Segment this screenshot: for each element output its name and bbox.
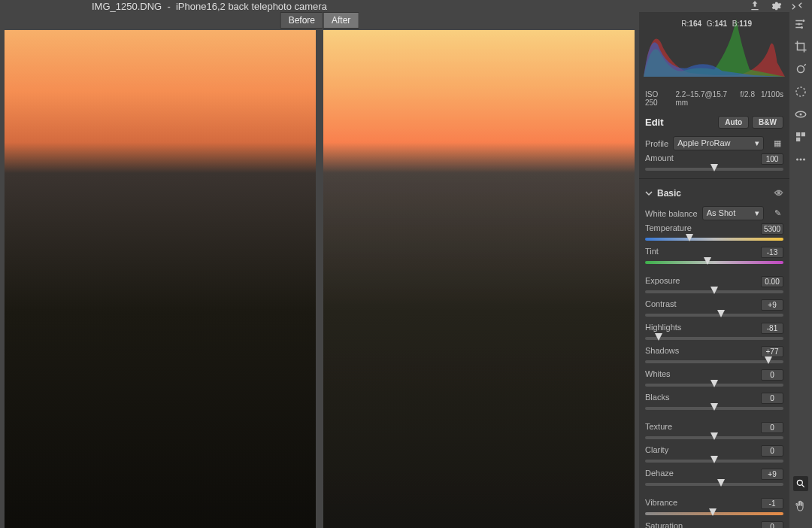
clarity-input[interactable] <box>761 445 783 457</box>
svg-point-2 <box>802 20 804 22</box>
blacks-input[interactable] <box>761 393 783 404</box>
svg-point-3 <box>798 23 800 26</box>
rgb-readout: R:164 G:141 B:119 <box>678 20 752 28</box>
right-toolbar <box>789 12 812 528</box>
export-icon[interactable] <box>749 0 761 12</box>
svg-rect-11 <box>796 138 800 141</box>
svg-point-6 <box>796 87 805 96</box>
before-after-tabs: Before After <box>280 12 359 29</box>
svg-rect-9 <box>796 132 800 136</box>
svg-point-8 <box>800 114 802 116</box>
svg-point-13 <box>800 159 802 161</box>
svg-point-4 <box>801 26 803 29</box>
shot-info: ISO 2502.2–15.7@15.7 mmf/2.81/100s <box>639 87 789 110</box>
zoom-tool-icon[interactable] <box>793 476 808 491</box>
contrast-slider[interactable]: Contrast <box>639 298 789 321</box>
texture-input[interactable] <box>761 422 783 433</box>
svg-rect-10 <box>801 132 805 136</box>
highlights-input[interactable] <box>761 323 783 334</box>
camera-name: iPhone16,2 back telephoto camera <box>176 1 327 12</box>
before-tab[interactable]: Before <box>280 12 323 29</box>
temperature-input[interactable] <box>761 223 783 235</box>
basic-section-header[interactable]: Basic 👁 <box>639 182 789 205</box>
edit-panel: R:164 G:141 B:119 ISO 2502.2–15.7@15.7 m… <box>639 12 789 528</box>
highlights-slider[interactable]: Highlights <box>639 321 789 344</box>
dehaze-slider[interactable]: Dehaze <box>639 467 789 490</box>
edit-header: Edit <box>645 117 664 128</box>
svg-point-12 <box>796 159 798 161</box>
redeye-icon[interactable] <box>793 107 808 122</box>
tint-slider[interactable]: Tint <box>639 245 789 269</box>
exposure-slider[interactable]: Exposure <box>639 275 789 298</box>
wb-select[interactable]: As Shot▾ <box>702 206 764 220</box>
shadows-slider[interactable]: Shadows <box>639 344 789 368</box>
profile-select[interactable]: Apple ProRaw▾ <box>673 136 764 150</box>
basic-visibility-icon[interactable]: 👁 <box>774 188 783 199</box>
file-name: IMG_1250.DNG <box>92 1 162 12</box>
svg-point-14 <box>803 159 805 161</box>
wb-eyedropper-icon[interactable]: ✎ <box>771 208 783 220</box>
auto-button[interactable]: Auto <box>718 116 749 129</box>
amount-slider[interactable]: Amount <box>639 152 789 175</box>
saturation-input[interactable] <box>761 521 783 528</box>
collapse-icon[interactable] <box>791 0 803 12</box>
hand-tool-icon[interactable] <box>793 499 808 514</box>
profile-browser-icon[interactable]: ▦ <box>771 138 783 150</box>
wb-label: White balance <box>645 209 698 218</box>
whites-input[interactable] <box>761 369 783 381</box>
presets-icon[interactable] <box>793 129 808 144</box>
vibrance-slider[interactable]: Vibrance <box>639 496 789 520</box>
amount-input[interactable] <box>761 153 783 165</box>
color-sampler-icon[interactable] <box>793 521 808 528</box>
vibrance-input[interactable] <box>761 498 783 509</box>
crop-icon[interactable] <box>793 39 808 54</box>
bw-button[interactable]: B&W <box>752 116 783 129</box>
contrast-input[interactable] <box>761 299 783 311</box>
shadows-input[interactable] <box>761 346 783 357</box>
exposure-input[interactable] <box>761 276 783 287</box>
document-title: IMG_1250.DNG - iPhone16,2 back telephoto… <box>92 1 327 12</box>
profile-label: Profile <box>645 139 668 148</box>
dehaze-input[interactable] <box>761 469 783 480</box>
gear-icon[interactable] <box>770 0 782 12</box>
after-tab[interactable]: After <box>323 12 359 29</box>
temperature-slider[interactable]: Temperature <box>639 222 789 245</box>
texture-slider[interactable]: Texture <box>639 420 789 444</box>
saturation-slider[interactable]: Saturation <box>639 520 789 528</box>
mask-icon[interactable] <box>793 84 808 99</box>
edit-sliders-icon[interactable] <box>793 17 808 32</box>
clarity-slider[interactable]: Clarity <box>639 444 789 467</box>
svg-point-15 <box>797 480 802 485</box>
healing-brush-icon[interactable] <box>793 62 808 77</box>
more-icon[interactable] <box>793 152 808 167</box>
tint-input[interactable] <box>761 247 783 258</box>
svg-point-5 <box>798 66 804 73</box>
before-image[interactable] <box>5 30 316 528</box>
blacks-slider[interactable]: Blacks <box>639 391 789 414</box>
after-image[interactable] <box>323 30 635 528</box>
whites-slider[interactable]: Whites <box>639 368 789 391</box>
